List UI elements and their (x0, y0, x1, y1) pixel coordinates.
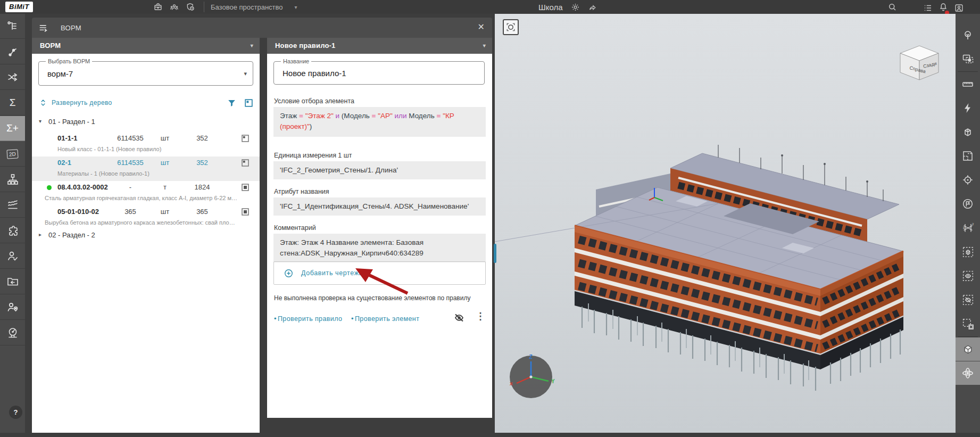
filter-icon[interactable] (227, 98, 237, 108)
isolate-selection-icon (961, 53, 975, 65)
tool-import-folder[interactable] (0, 269, 25, 294)
worm-select[interactable]: Выбрать ВОРМ ворм-7 ▾ (38, 61, 253, 86)
tree-group-2[interactable]: ▸ 02 - Раздел - 2 (32, 231, 260, 244)
account-icon[interactable] (954, 3, 964, 13)
tool-user-check[interactable] (0, 244, 25, 269)
view-cube[interactable]: Справа Сзади (895, 42, 944, 83)
tool-mappings[interactable] (0, 65, 25, 90)
tool-hide-selected[interactable] (956, 288, 980, 311)
eye-off-in-selection-icon (961, 293, 975, 307)
gear-icon[interactable] (571, 3, 580, 12)
unit-value-box[interactable]: 'IFC_2_Геометрия_Стены/1. Длина' (273, 161, 486, 179)
notifications-button[interactable] (939, 2, 948, 14)
drawing-frame-filled-icon[interactable] (240, 183, 250, 192)
tree-group-1[interactable]: ▾ 01 - Раздел - 1 (32, 118, 260, 130)
worm-panel: ВОРМ ▾ Выбрать ВОРМ ворм-7 ▾ Развернуть … (32, 38, 260, 433)
tool-flag[interactable] (956, 192, 980, 216)
tree-row[interactable]: 08.4.03.02-0002 - т 1824 Сталь арматурна… (32, 181, 260, 205)
tree-row-selected[interactable]: 02-1 6114535 шт 352 Материалы - 1 (Новое… (32, 156, 260, 181)
rule-section-bar[interactable]: Новое правило-1 ▾ (267, 38, 492, 54)
eye-off-icon[interactable] (452, 311, 466, 324)
tool-solid-view[interactable] (956, 337, 980, 361)
frame-select-icon[interactable] (244, 98, 254, 108)
rule-name-field[interactable]: Название Новое правило-1 (273, 61, 485, 85)
team-icon[interactable] (169, 2, 179, 12)
tree-group-label: 01 - Раздел - 1 (48, 118, 95, 126)
axis-x-label: X (510, 381, 513, 386)
locate-target-icon (961, 174, 974, 186)
comment-value-box[interactable]: Этаж: Этаж 4 Название элемента: Базовая … (273, 234, 486, 262)
row-unit: шт (154, 134, 176, 142)
condition-token: или (395, 112, 409, 120)
add-drawings-label: Добавить чертежи (301, 269, 363, 277)
tool-sheets-2d[interactable]: 2D (0, 142, 25, 167)
row-qty: 365 (112, 208, 149, 216)
check-rule-label: Проверить правило (278, 315, 342, 323)
row-qty: - (112, 183, 149, 191)
tool-classifier[interactable] (0, 167, 25, 192)
2d-icon: 2D (7, 149, 19, 159)
app-logo[interactable]: BiMiT (5, 2, 33, 12)
navigation-gizmo[interactable]: Z X Y (504, 350, 558, 403)
viewport-3d[interactable]: Справа Сзади Z X Y (495, 14, 956, 433)
tool-show-selected[interactable] (956, 264, 980, 287)
workspace-label: Базовое пространство (211, 3, 283, 11)
add-drawings-button[interactable]: Добавить чертежи (273, 261, 486, 285)
model-tree-icon (6, 20, 19, 32)
condition-box[interactable]: Этаж = "Этаж 2" и (Модель = "АР" или Мод… (273, 107, 486, 137)
tool-environment[interactable] (956, 23, 980, 47)
tool-clear-selection[interactable] (956, 312, 980, 335)
drawer-menu-icon[interactable] (38, 22, 49, 33)
tool-charts[interactable] (0, 193, 25, 218)
drawing-frame-filled-icon[interactable] (240, 207, 250, 217)
tool-user-locations[interactable] (0, 295, 25, 320)
tool-measure[interactable] (956, 72, 980, 96)
tree-row[interactable]: 05-01-010-02 365 шт 365 Вырубка бетона и… (32, 205, 260, 230)
workspace-selector[interactable]: Базовое пространство ▾ (211, 0, 297, 14)
share-icon[interactable] (588, 3, 597, 12)
top-bar: BiMiT Базовое пространство ▾ Школа (0, 0, 980, 14)
tool-summary[interactable]: Σ (0, 90, 25, 116)
bullet-icon: • (274, 315, 277, 323)
expand-tree-link[interactable]: Развернуть дерево (39, 98, 112, 107)
drawing-frame-icon[interactable] (240, 134, 250, 143)
shield-clock-icon[interactable] (186, 2, 195, 12)
briefcase-icon[interactable] (153, 2, 163, 12)
help-button[interactable]: ? (9, 406, 22, 419)
shuffle-icon (6, 71, 19, 84)
tool-plugins[interactable] (0, 218, 25, 243)
condition-token: и (336, 112, 342, 120)
attribute-value-box[interactable]: 'IFC_1_Идентификация_Стены/4. ADSK_Наиме… (273, 197, 486, 216)
close-icon[interactable]: ✕ (478, 22, 485, 32)
tree-icon (961, 29, 974, 42)
tool-isolate[interactable] (956, 47, 980, 71)
kebab-menu-icon[interactable]: ⋮ (476, 310, 485, 322)
list-menu-icon[interactable] (923, 3, 933, 13)
tool-orbit[interactable] (956, 361, 980, 385)
check-rule-link[interactable]: • Проверить правило (274, 315, 342, 323)
tool-locate[interactable] (956, 168, 980, 192)
capture-view-button[interactable] (503, 19, 519, 35)
ruler-icon (961, 78, 974, 90)
panel-resize-handle[interactable] (494, 244, 496, 263)
row-code: 01-1-1 (57, 134, 78, 142)
tool-show-box[interactable] (956, 240, 980, 263)
check-element-link[interactable]: • Проверить элемент (351, 315, 419, 323)
tool-model-tree[interactable] (0, 14, 25, 39)
tool-relations[interactable] (0, 39, 25, 64)
comment-label: Комментарий (274, 224, 316, 232)
tool-floor-plan[interactable] (956, 144, 980, 168)
drawing-frame-icon[interactable] (240, 158, 250, 168)
worm-section-bar[interactable]: ВОРМ ▾ (32, 38, 260, 54)
tool-dashboard[interactable] (0, 320, 25, 345)
axis-z-label: Z (529, 354, 533, 360)
tool-summary-add[interactable]: Σ+ (0, 116, 25, 141)
condition-token: ) (310, 122, 312, 130)
drawer-title: ВОРМ (61, 24, 81, 32)
row-unit: т (154, 183, 176, 191)
tree-row[interactable]: 01-1-1 6114535 шт 352 Новый класс - 01-1… (32, 132, 260, 156)
search-button[interactable] (887, 2, 897, 14)
tool-flash[interactable] (956, 96, 980, 120)
tool-dimensions[interactable]: 12 (956, 216, 980, 240)
tool-section-box[interactable] (956, 120, 980, 144)
